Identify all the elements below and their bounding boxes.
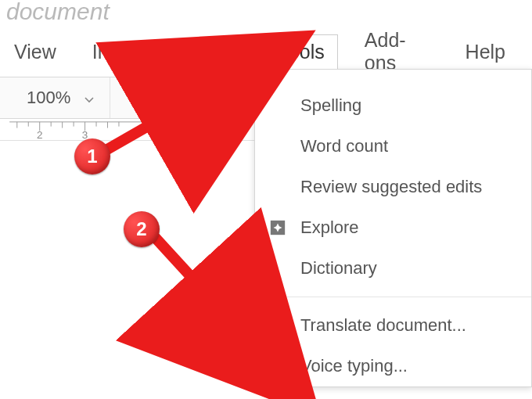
tools-menu: Spelling Word count Review suggested edi… (254, 69, 532, 387)
menu-insert[interactable]: Insert (83, 36, 151, 68)
menu-help[interactable]: Help (456, 36, 515, 68)
menu-item-label: Review suggested edits (300, 177, 482, 197)
zoom-select[interactable]: 100% (0, 88, 110, 108)
menu-item-label: Explore (300, 217, 359, 238)
menu-item-label: Voice typing... (300, 356, 408, 376)
menu-item-explore[interactable]: Explore (255, 207, 531, 248)
menu-view[interactable]: View (5, 36, 66, 68)
menu-item-label: Word count (300, 136, 388, 156)
menu-tools[interactable]: Tools (265, 34, 337, 69)
callout-badge-1: 1 (74, 138, 110, 174)
menu-item-review-suggested-edits[interactable]: Review suggested edits (255, 167, 531, 207)
menu-item-label: Spelling (300, 95, 361, 116)
menu-item-label: Dictionary (300, 258, 377, 279)
svg-text:2: 2 (37, 129, 43, 140)
chevron-down-icon (84, 88, 94, 108)
menu-item-dictionary[interactable]: Dictionary (255, 248, 531, 289)
explore-icon (255, 219, 300, 236)
menu-item-translate-document[interactable]: Translate document... (255, 305, 531, 346)
svg-rect-22 (275, 358, 280, 367)
svg-text:5: 5 (217, 129, 224, 140)
menu-item-word-count[interactable]: Word count (255, 126, 531, 167)
menu-item-label: Translate document... (300, 315, 466, 336)
callout-badge-2: 2 (124, 211, 160, 247)
zoom-value: 100% (27, 88, 70, 108)
paragraph-style-select[interactable]: Normal text (110, 87, 244, 109)
menu-format[interactable]: Format (167, 36, 248, 68)
menu-item-voice-typing[interactable]: Voice typing... (255, 346, 531, 386)
menu-item-spelling[interactable]: Spelling (255, 85, 531, 126)
document-title[interactable]: document (6, 0, 110, 25)
menubar: View Insert Format Tools Add-ons Help (0, 34, 532, 69)
separator (255, 297, 531, 297)
mic-icon (255, 357, 300, 376)
